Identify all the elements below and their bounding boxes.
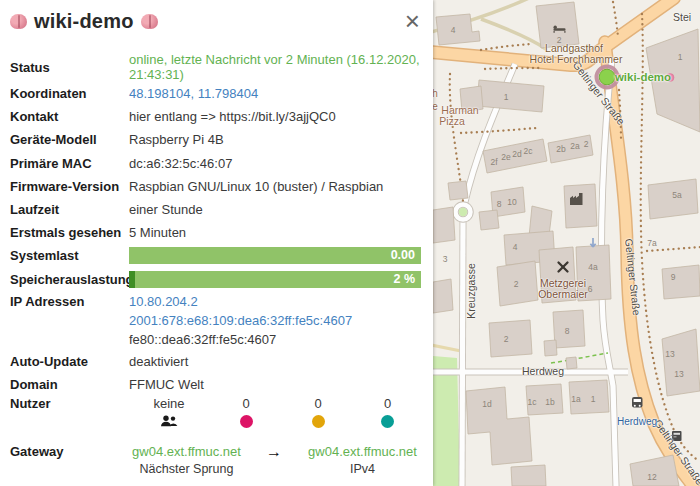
nutzer-total-value: keine [129,396,209,411]
house-number: 12 [647,472,656,482]
domain-label: Domain [10,377,129,392]
brain-emoji-left [10,14,27,29]
poi-label-edge-partial-1: h [433,88,438,99]
row-status: Status online, letzte Nachricht vor 2 Mi… [10,52,433,82]
house-number: 2e [501,152,510,162]
primaere-mac-label: Primäre MAC [10,156,129,171]
house-number: 9 [671,272,676,282]
node-detail-rows: Status online, letzte Nachricht vor 2 Mi… [10,52,433,478]
house-number: 1c [528,397,537,407]
row-erstmals-gesehen: Erstmals gesehen 5 Minuten [10,221,433,244]
speicher-bar-value: 2 % [393,271,415,288]
laufzeit-value: einer Stunde [129,202,433,217]
ip-address-link-1[interactable]: 10.80.204.2 [129,294,198,309]
poi-label-edge-partial-2: e [433,101,438,112]
house-number: 2c [524,146,533,156]
nutzer-total-col: keine [129,396,209,429]
geraete-modell-label: Geräte-Modell [10,132,129,147]
kontakt-value: hier entlang => https://bit.ly/3ajjQC0 [129,109,433,124]
house-number: 3 [443,254,448,264]
poi-label-bus-stop: Herdweg [617,416,657,427]
map-canvas[interactable]: Geltinger Straße Geltinger Straße Geltin… [433,0,700,486]
house-number: 4 [513,242,518,252]
gateway-next-hop-col: gw04.ext.ffmuc.net Nächster Sprung [129,444,244,478]
auto-update-value: deaktiviert [129,354,433,369]
house-number: 1 [504,92,509,102]
row-ip-adressen: IP Adressen 10.80.204.2 2001:678:e68:109… [10,291,433,350]
gateway-next-hop-caption: Nächster Sprung [129,461,244,478]
house-number: 6 [588,284,593,294]
speicher-bar: 2 % [129,271,421,288]
erstmals-gesehen-label: Erstmals gesehen [10,225,129,240]
house-number: 5a [672,190,681,200]
nutzer-pink-col: 0 [209,396,283,429]
status-value: online, letzte Nachricht vor 2 Minuten (… [129,52,433,82]
oneway-arrow-icon [590,238,595,247]
row-laufzeit: Laufzeit einer Stunde [10,198,433,221]
house-number: 2 [504,334,509,344]
house-number: 2d [512,149,521,159]
firmware-value: Raspbian GNU/Linux 10 (buster) / Raspbia… [129,179,433,194]
gateway-ipv4-caption: IPv4 [304,461,421,478]
node-marker-label[interactable]: wiki-demo [615,71,671,83]
house-number: 4a [588,262,597,272]
node-title-text: wiki-demo [34,10,134,33]
clients-amber-dot-icon [312,415,325,428]
house-number: 2b [556,144,565,154]
house-number: 13 [674,369,683,379]
nutzer-label: Nutzer [10,396,129,411]
gateway-ipv4-col: gw04.ext.ffmuc.net IPv4 [304,444,421,478]
gateway-label: Gateway [10,444,129,459]
house-number: 1 [678,52,683,62]
gateway-arrow-col: → [244,444,304,478]
house-number: 13 [665,349,674,359]
node-info-panel: wiki-demo × Status online, letzte Nachri… [0,0,433,486]
gateway-next-hop-link[interactable]: gw04.ext.ffmuc.net [129,444,244,460]
house-number: 2a [570,141,579,151]
kontakt-label: Kontakt [10,109,129,124]
nutzer-pink-count: 0 [209,396,283,411]
koordinaten-label: Koordinaten [10,86,129,101]
clients-pink-dot-icon [240,415,253,428]
nutzer-teal-count: 0 [353,396,422,411]
street-label-stei-partial: Stei [673,11,691,23]
row-kontakt: Kontakt hier entlang => https://bit.ly/3… [10,105,433,128]
row-primaere-mac: Primäre MAC dc:a6:32:5c:46:07 [10,152,433,175]
row-koordinaten: Koordinaten 48.198104, 11.798404 [10,82,433,105]
row-speicherauslastung: Speicherauslastung 2 % [10,268,433,291]
house-number: 1b [545,397,554,407]
nutzer-amber-col: 0 [283,396,353,429]
close-icon[interactable]: × [405,8,420,34]
gateway-ipv4-link[interactable]: gw04.ext.ffmuc.net [304,444,421,460]
systemlast-bar: 0.00 [129,247,421,264]
roundabout [456,205,471,220]
nutzer-amber-count: 0 [283,396,353,411]
ip-adressen-label: IP Adressen [10,291,129,311]
bus-stop-icon [632,397,643,408]
firmware-label: Firmware-Version [10,179,129,194]
row-firmware: Firmware-Version Raspbian GNU/Linux 10 (… [10,175,433,198]
status-label: Status [10,60,129,75]
clients-teal-dot-icon [381,415,394,428]
poi-label-hotel-2: Hotel Forchhammer [530,53,623,65]
house-number: 1 [591,394,596,404]
ip-address-link-2[interactable]: 2001:678:e68:109:dea6:32ff:fe5c:4607 [129,313,352,328]
poi-label-restaurant-2: Pizza [439,115,465,127]
house-number: 4 [451,25,456,35]
users-group-icon [129,414,209,429]
arrow-right-icon: → [266,443,282,460]
primaere-mac-value: dc:a6:32:5c:46:07 [129,156,433,171]
systemlast-bar-value: 0.00 [391,247,415,264]
koordinaten-link[interactable]: 48.198104, 11.798404 [129,86,258,101]
house-number: 1d [482,399,491,409]
systemlast-label: Systemlast [10,248,129,263]
house-number: 8 [497,199,502,209]
row-auto-update: Auto-Update deaktiviert [10,350,433,373]
speicherauslastung-label: Speicherauslastung [10,272,129,287]
speicher-bar-fill [129,271,135,288]
house-number: 2 [514,279,519,289]
street-label-kreuzgasse: Kreuzgasse [465,263,477,318]
row-domain: Domain FFMUC Welt [10,373,433,396]
nutzer-teal-col: 0 [353,396,422,429]
erstmals-gesehen-value: 5 Minuten [129,225,433,240]
